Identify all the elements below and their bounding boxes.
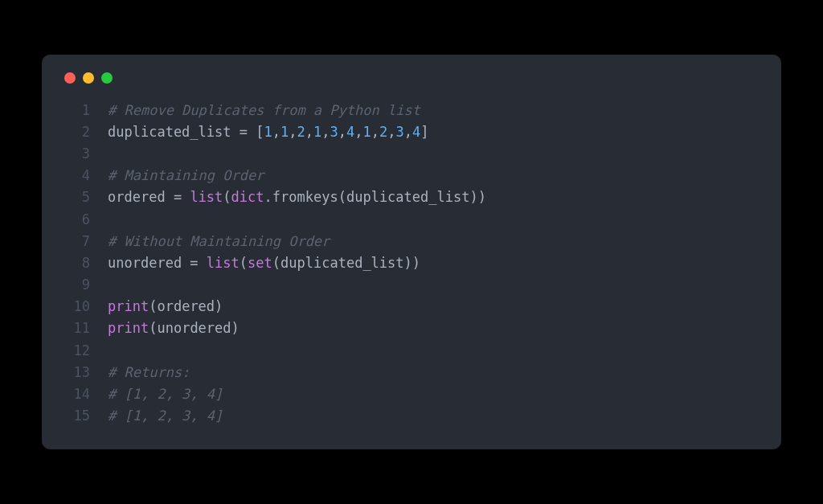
code-line: 3 xyxy=(61,143,762,165)
token-paren: ( xyxy=(149,320,157,336)
token-paren: ( xyxy=(149,298,157,314)
token-default: duplicated_list xyxy=(280,255,404,271)
token-punct: ] xyxy=(420,124,428,140)
token-default: duplicated_list xyxy=(108,124,240,140)
token-num: 1 xyxy=(264,124,272,140)
token-punct: , xyxy=(289,124,297,140)
token-punct: , xyxy=(272,124,280,140)
token-num: 1 xyxy=(363,124,371,140)
line-number: 10 xyxy=(61,296,90,318)
token-comment: # [1, 2, 3, 4] xyxy=(108,408,223,424)
token-func: print xyxy=(108,298,149,314)
token-op: = xyxy=(190,255,198,271)
code-line: 12 xyxy=(61,340,762,362)
token-num: 3 xyxy=(396,124,404,140)
line-content xyxy=(108,340,762,362)
code-line: 15# [1, 2, 3, 4] xyxy=(61,405,762,427)
token-func: print xyxy=(108,320,149,336)
token-paren: ( xyxy=(223,189,231,205)
token-func: list xyxy=(190,189,223,205)
line-content xyxy=(108,274,762,296)
close-icon[interactable] xyxy=(64,72,76,84)
token-punct: [ xyxy=(256,124,264,140)
code-line: 9 xyxy=(61,274,762,296)
code-line: 1# Remove Duplicates from a Python list xyxy=(61,100,762,121)
token-func: dict xyxy=(231,189,264,205)
line-number: 6 xyxy=(61,209,90,231)
token-punct: , xyxy=(305,124,313,140)
code-line: 14# [1, 2, 3, 4] xyxy=(61,383,762,405)
code-line: 6 xyxy=(61,209,762,231)
token-punct: , xyxy=(354,124,362,140)
line-number: 13 xyxy=(61,362,90,383)
token-default xyxy=(199,255,207,271)
token-comment: # [1, 2, 3, 4] xyxy=(108,386,223,402)
line-content: # [1, 2, 3, 4] xyxy=(108,383,762,405)
token-comment: # Remove Duplicates from a Python list xyxy=(108,102,420,118)
code-line: 2duplicated_list = [1,1,2,1,3,4,1,2,3,4] xyxy=(61,121,762,143)
token-punct: , xyxy=(338,124,346,140)
line-content: print(ordered) xyxy=(108,296,762,318)
code-line: 8unordered = list(set(duplicated_list)) xyxy=(61,252,762,274)
line-content: print(unordered) xyxy=(108,318,762,339)
token-punct: , xyxy=(387,124,395,140)
token-default: fromkeys xyxy=(272,189,338,205)
token-default: ordered xyxy=(108,189,174,205)
token-comment: # Maintaining Order xyxy=(108,167,264,183)
line-number: 2 xyxy=(61,121,90,143)
code-line: 5ordered = list(dict.fromkeys(duplicated… xyxy=(61,186,762,208)
code-line: 11print(unordered) xyxy=(61,318,762,339)
token-paren: ( xyxy=(240,255,248,271)
line-number: 11 xyxy=(61,318,90,339)
minimize-icon[interactable] xyxy=(83,72,94,84)
token-punct: , xyxy=(321,124,330,140)
token-num: 2 xyxy=(297,124,305,140)
token-punct: , xyxy=(371,124,379,140)
code-block: 1# Remove Duplicates from a Python list2… xyxy=(61,100,762,428)
token-default: unordered xyxy=(157,320,231,336)
token-comment: # Returns: xyxy=(108,364,190,380)
token-paren: )) xyxy=(469,189,485,205)
code-line: 13# Returns: xyxy=(61,362,762,383)
token-default: duplicated_list xyxy=(346,189,470,205)
token-num: 3 xyxy=(330,124,338,140)
line-number: 3 xyxy=(61,143,90,165)
token-comment: # Without Maintaining Order xyxy=(108,233,330,249)
line-content: # [1, 2, 3, 4] xyxy=(108,405,762,427)
code-line: 10print(ordered) xyxy=(61,296,762,318)
line-content: ordered = list(dict.fromkeys(duplicated_… xyxy=(108,186,762,208)
token-func: set xyxy=(248,255,272,271)
line-content: # Without Maintaining Order xyxy=(108,231,762,252)
line-content xyxy=(108,143,762,165)
token-num: 1 xyxy=(313,124,321,140)
token-func: list xyxy=(207,255,240,271)
token-num: 2 xyxy=(379,124,387,140)
token-default: ordered xyxy=(157,298,215,314)
code-window: 1# Remove Duplicates from a Python list2… xyxy=(42,55,781,450)
line-content: duplicated_list = [1,1,2,1,3,4,1,2,3,4] xyxy=(108,121,762,143)
line-number: 8 xyxy=(61,252,90,274)
code-line: 7# Without Maintaining Order xyxy=(61,231,762,252)
line-number: 12 xyxy=(61,340,90,362)
line-content: # Remove Duplicates from a Python list xyxy=(108,100,762,121)
window-titlebar xyxy=(61,72,762,84)
line-number: 14 xyxy=(61,383,90,405)
line-number: 9 xyxy=(61,274,90,296)
maximize-icon[interactable] xyxy=(101,72,113,84)
line-number: 1 xyxy=(61,100,90,121)
token-paren: ( xyxy=(272,255,280,271)
code-line: 4# Maintaining Order xyxy=(61,165,762,186)
line-number: 5 xyxy=(61,186,90,208)
line-number: 4 xyxy=(61,165,90,186)
line-content xyxy=(108,209,762,231)
token-default xyxy=(248,124,256,140)
token-op: = xyxy=(240,124,248,140)
token-num: 1 xyxy=(280,124,289,140)
token-default: . xyxy=(264,189,272,205)
token-punct: , xyxy=(404,124,412,140)
line-content: unordered = list(set(duplicated_list)) xyxy=(108,252,762,274)
token-paren: )) xyxy=(404,255,420,271)
token-paren: ) xyxy=(215,298,223,314)
token-default: unordered xyxy=(108,255,190,271)
token-op: = xyxy=(174,189,182,205)
